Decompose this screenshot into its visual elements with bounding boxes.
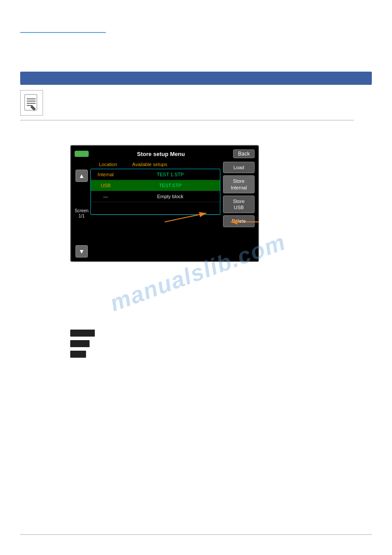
- table-row[interactable]: Internal TEST 1.STP: [91, 169, 220, 180]
- location-cell: USB: [91, 180, 121, 191]
- up-arrow-button[interactable]: ▲: [76, 170, 88, 182]
- top-link[interactable]: ___________________________: [20, 26, 106, 33]
- power-indicator: [75, 151, 89, 157]
- section-banner: [20, 72, 372, 85]
- table-row-empty: [91, 202, 220, 214]
- legend-area: [70, 330, 95, 358]
- table-row[interactable]: USB TEST.STP: [91, 180, 220, 191]
- location-cell: Internal: [91, 169, 121, 180]
- delete-button[interactable]: Delete: [223, 215, 255, 227]
- store-usb-button[interactable]: StoreUSB: [223, 196, 255, 214]
- bottom-divider: [20, 534, 372, 535]
- action-buttons: Load StoreInternal StoreUSB Delete: [223, 162, 255, 258]
- device-screen: Store setup Menu Back Location Available…: [70, 145, 259, 262]
- store-internal-button[interactable]: StoreInternal: [223, 175, 255, 193]
- note-box: [20, 90, 354, 120]
- svg-rect-0: [25, 94, 37, 110]
- available-header: Available setups: [126, 162, 174, 167]
- legend-bar-1: [70, 330, 95, 337]
- device-screen-area: Store setup Menu Back Location Available…: [70, 145, 312, 262]
- legend-item: [70, 340, 95, 347]
- back-button[interactable]: Back: [233, 149, 255, 158]
- screen-body: Location Available setups ▲ Screen1/1 ▼: [75, 162, 255, 258]
- available-cell: Empty block: [121, 191, 220, 202]
- screen-left: Location Available setups ▲ Screen1/1 ▼: [75, 162, 220, 258]
- table-row[interactable]: --- Empty block: [91, 191, 220, 202]
- screen-header: Store setup Menu Back: [75, 149, 255, 158]
- setup-table: Internal TEST 1.STP USB TEST.STP --- Emp…: [90, 169, 220, 215]
- location-cell: ---: [91, 191, 121, 202]
- location-header: Location: [90, 162, 126, 167]
- down-arrow-button[interactable]: ▼: [76, 245, 88, 258]
- table-nav: ▲ Screen1/1 ▼ Internal TEST 1.STP U: [75, 169, 220, 258]
- legend-item: [70, 351, 95, 358]
- column-headers: Location Available setups: [75, 162, 220, 167]
- nav-arrows: ▲ Screen1/1 ▼: [75, 169, 89, 258]
- legend-bar-2: [70, 340, 90, 347]
- legend-item: [70, 330, 95, 337]
- screen-title: Store setup Menu: [89, 151, 233, 157]
- load-button[interactable]: Load: [223, 162, 255, 173]
- available-cell: TEST 1.STP: [121, 169, 220, 180]
- screen-label: Screen1/1: [75, 208, 89, 219]
- legend-bar-3: [70, 351, 86, 358]
- available-cell: TEST.STP: [121, 180, 220, 191]
- note-icon: [20, 90, 43, 116]
